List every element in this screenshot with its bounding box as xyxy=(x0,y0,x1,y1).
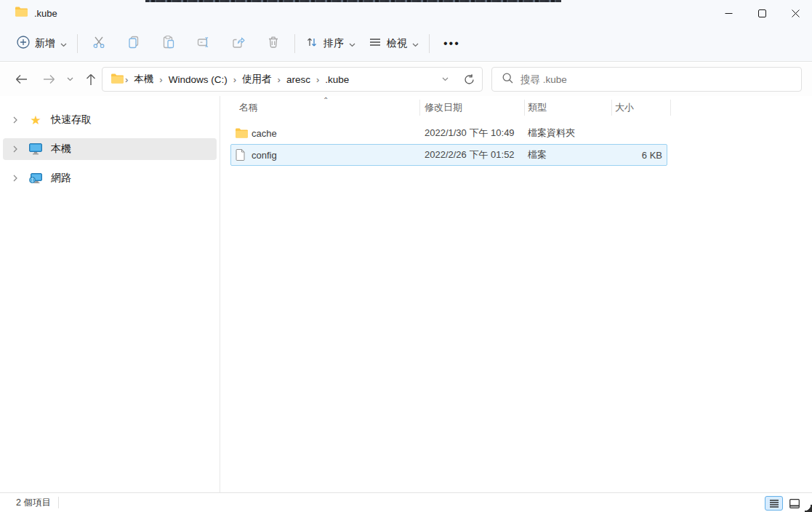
network-icon xyxy=(28,172,44,184)
sort-button-label: 排序 xyxy=(323,37,344,50)
file-row-cache[interactable]: cache 2022/1/30 下午 10:49 檔案資料夾 xyxy=(220,122,812,144)
file-type: 檔案 xyxy=(528,148,547,161)
sort-arrows-icon xyxy=(305,36,318,52)
folder-icon xyxy=(111,73,124,86)
navigation-bar: › 本機 › Windows (C:) › 使用者 › aresc › .kub… xyxy=(0,63,812,96)
breadcrumb-windows-c[interactable]: Windows (C:) xyxy=(164,74,232,85)
file-date: 2022/1/30 下午 10:49 xyxy=(425,127,515,140)
column-header-size[interactable]: 大小 xyxy=(615,101,634,114)
file-type: 檔案資料夾 xyxy=(528,127,575,140)
sidebar-item-label: 快速存取 xyxy=(51,113,92,127)
minimize-button[interactable] xyxy=(712,0,745,26)
window-corner-artifact xyxy=(805,505,812,512)
file-icon xyxy=(236,149,248,161)
file-list-pane: ⌃ 名稱 修改日期 類型 大小 cache 2022/1/30 下午 10:49… xyxy=(220,96,812,492)
folder-icon xyxy=(15,7,28,20)
close-button[interactable] xyxy=(779,0,812,26)
column-divider[interactable] xyxy=(419,100,420,116)
copy-button[interactable] xyxy=(116,31,151,57)
file-date: 2022/2/26 下午 01:52 xyxy=(425,148,515,161)
list-lines-icon xyxy=(369,36,382,52)
file-row-config[interactable]: config 2022/2/26 下午 01:52 檔案 6 KB xyxy=(220,144,812,166)
toolbar-divider xyxy=(429,34,430,53)
status-divider xyxy=(58,497,59,508)
breadcrumb-separator: › xyxy=(315,74,321,85)
recent-locations-chevron[interactable] xyxy=(61,67,79,92)
chevron-right-icon[interactable] xyxy=(3,145,28,153)
more-options-button[interactable]: ••• xyxy=(433,37,470,50)
toolbar-divider xyxy=(294,34,295,53)
forward-button[interactable] xyxy=(36,67,61,92)
window-title: .kube xyxy=(34,8,57,19)
scissors-icon xyxy=(92,35,106,52)
breadcrumb-kube[interactable]: .kube xyxy=(321,74,353,85)
file-explorer-window: .kube 新增 xyxy=(0,0,812,512)
search-input[interactable] xyxy=(520,74,768,85)
chevron-down-icon xyxy=(412,37,419,50)
column-divider[interactable] xyxy=(611,100,612,116)
new-button[interactable]: 新增 xyxy=(10,31,73,57)
paste-icon xyxy=(161,35,176,52)
plus-circle-icon xyxy=(17,36,30,52)
chevron-down-icon xyxy=(349,37,355,50)
search-box[interactable] xyxy=(491,67,802,92)
address-dropdown-chevron[interactable] xyxy=(434,67,456,92)
toolbar-divider xyxy=(77,34,78,53)
details-view-toggle[interactable] xyxy=(765,496,783,511)
navigation-pane: ★ 快速存取 本機 網路 xyxy=(0,96,220,492)
sidebar-item-this-pc[interactable]: 本機 xyxy=(3,138,217,160)
breadcrumb-aresc[interactable]: aresc xyxy=(282,74,315,85)
column-header-row: ⌃ 名稱 修改日期 類型 大小 xyxy=(220,96,812,118)
column-header-type[interactable]: 類型 xyxy=(528,101,547,114)
large-icons-view-toggle[interactable] xyxy=(785,496,803,511)
sidebar-item-network[interactable]: 網路 xyxy=(3,167,217,189)
title-bar: .kube xyxy=(0,0,812,26)
file-size: 6 KB xyxy=(611,150,662,161)
background-artifact xyxy=(145,0,561,2)
cut-button[interactable] xyxy=(81,31,116,57)
breadcrumb-separator: › xyxy=(158,74,164,85)
share-button[interactable] xyxy=(221,31,256,57)
breadcrumb-this-pc[interactable]: 本機 xyxy=(129,73,158,86)
sidebar-item-label: 本機 xyxy=(51,143,71,156)
copy-icon xyxy=(126,35,141,52)
explorer-body: ★ 快速存取 本機 網路 xyxy=(0,96,812,492)
sort-button[interactable]: 排序 xyxy=(299,31,362,57)
file-name: config xyxy=(252,150,277,161)
share-icon xyxy=(231,35,246,52)
trash-icon xyxy=(266,35,281,52)
breadcrumb-users[interactable]: 使用者 xyxy=(238,73,276,86)
maximize-button[interactable] xyxy=(745,0,779,26)
status-bar: 2 個項目 xyxy=(0,492,812,512)
back-button[interactable] xyxy=(9,67,33,92)
chevron-right-icon[interactable] xyxy=(3,116,28,124)
delete-button[interactable] xyxy=(256,31,291,57)
column-header-date[interactable]: 修改日期 xyxy=(425,101,462,114)
column-header-name[interactable]: 名稱 xyxy=(239,101,258,114)
file-name: cache xyxy=(252,128,277,139)
new-button-label: 新增 xyxy=(35,37,55,50)
sidebar-item-quick-access[interactable]: ★ 快速存取 xyxy=(3,109,217,131)
view-button[interactable]: 檢視 xyxy=(362,31,425,57)
sidebar-item-label: 網路 xyxy=(51,172,71,185)
chevron-right-icon[interactable] xyxy=(3,175,28,182)
rename-button[interactable] xyxy=(186,31,221,57)
command-toolbar: 新增 xyxy=(0,26,812,62)
address-bar[interactable]: › 本機 › Windows (C:) › 使用者 › aresc › .kub… xyxy=(102,67,483,92)
computer-icon xyxy=(28,143,44,155)
item-count: 2 個項目 xyxy=(16,497,51,509)
up-button[interactable] xyxy=(79,67,103,92)
breadcrumb-separator: › xyxy=(124,74,129,85)
star-icon: ★ xyxy=(28,114,44,127)
rename-icon xyxy=(196,35,211,52)
breadcrumb-separator: › xyxy=(232,74,238,85)
search-icon xyxy=(502,73,513,87)
view-button-label: 檢視 xyxy=(387,37,407,50)
column-divider[interactable] xyxy=(524,100,525,116)
column-divider[interactable] xyxy=(670,100,671,116)
paste-button[interactable] xyxy=(151,31,186,57)
refresh-icon[interactable] xyxy=(456,67,482,92)
sort-ascending-icon: ⌃ xyxy=(323,96,329,104)
breadcrumb-separator: › xyxy=(276,74,282,85)
folder-icon xyxy=(236,128,248,138)
